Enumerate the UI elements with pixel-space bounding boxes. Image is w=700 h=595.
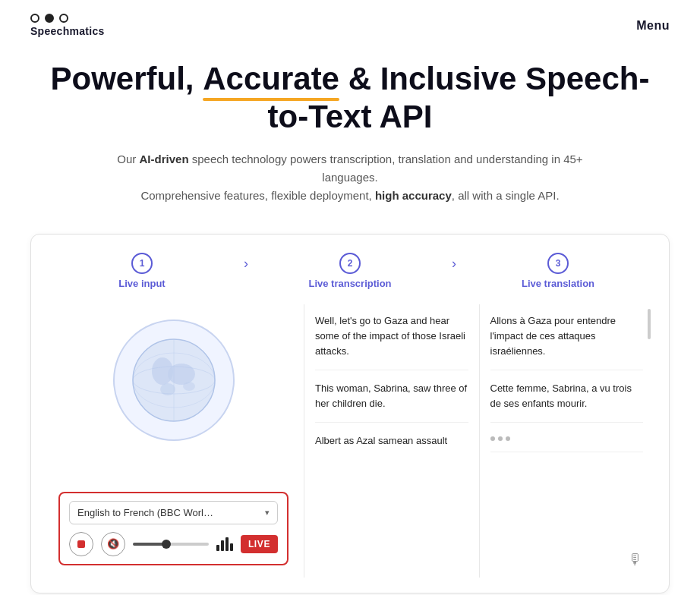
audio-levels-icon — [216, 537, 233, 551]
logo-dot-1 — [30, 14, 39, 23]
globe-svg — [128, 335, 219, 426]
step-3-circle: 3 — [547, 253, 569, 274]
bar-3 — [225, 537, 229, 551]
step-2-label: Live transcription — [308, 278, 391, 289]
lang-select-text: English to French (BBC Worl… — [77, 507, 213, 518]
step-1-label: Live input — [118, 278, 165, 289]
translation-text-2: Cette femme, Sabrina, a vu trois de ses … — [490, 381, 644, 411]
mute-icon: 🔇 — [107, 538, 119, 549]
content-area: English to French (BBC Worl… ▾ 🔇 — [46, 304, 654, 578]
translation-text-1: Allons à Gaza pour entendre l'impact de … — [490, 313, 644, 359]
logo-dot-3 — [59, 14, 68, 23]
logo-name: Speechmatics — [30, 25, 105, 37]
logo: Speechmatics — [30, 14, 105, 37]
live-badge: LIVE — [241, 535, 278, 553]
language-selector[interactable]: English to French (BBC Worl… ▾ — [69, 501, 278, 524]
bar-1 — [216, 545, 219, 551]
translation-block-2: Cette femme, Sabrina, a vu trois de ses … — [490, 381, 644, 423]
transcript-block-1: Well, let's go to Gaza and hear some of … — [315, 313, 468, 370]
step-2: 2 Live transcription — [254, 253, 446, 289]
step-chevron-1: › — [238, 256, 254, 272]
stop-icon — [77, 540, 85, 548]
playback-controls: 🔇 LIVE — [69, 532, 278, 556]
step-1: 1 Live input — [46, 253, 238, 289]
steps-row: 1 Live input › 2 Live transcription › 3 … — [46, 253, 654, 289]
step-chevron-2: › — [446, 256, 462, 272]
dot-3 — [506, 436, 510, 441]
hero-title: Powerful, Accurate & Inclusive Speech-to… — [46, 60, 654, 137]
live-input-panel: English to French (BBC Worl… ▾ 🔇 — [46, 304, 304, 578]
stop-button[interactable] — [69, 532, 93, 556]
step-1-circle: 1 — [131, 253, 153, 274]
menu-button[interactable]: Menu — [636, 19, 670, 33]
volume-thumb — [162, 540, 171, 549]
title-accent: Accurate — [203, 60, 339, 98]
logo-dots — [30, 14, 68, 23]
dot-2 — [498, 436, 503, 441]
chevron-down-icon: ▾ — [265, 508, 270, 518]
right-panels: Well, let's go to Gaza and hear some of … — [304, 304, 654, 578]
transcription-panel: Well, let's go to Gaza and hear some of … — [304, 304, 480, 578]
step-3-label: Live translation — [522, 278, 594, 289]
controls-box: English to French (BBC Worl… ▾ 🔇 — [58, 492, 289, 565]
translation-panel: Allons à Gaza pour entendre l'impact de … — [480, 304, 654, 578]
transcript-block-3: Albert as Azal samean assault — [315, 433, 468, 459]
bar-2 — [221, 540, 224, 551]
transcript-text-3: Albert as Azal samean assault — [315, 433, 468, 449]
hero-section: Powerful, Accurate & Inclusive Speech-to… — [0, 45, 700, 212]
volume-slider[interactable] — [133, 543, 209, 546]
demo-card: 1 Live input › 2 Live transcription › 3 … — [30, 234, 670, 593]
step-2-circle: 2 — [339, 253, 361, 274]
transcript-text-1: Well, let's go to Gaza and hear some of … — [315, 313, 468, 359]
globe-visual — [113, 320, 235, 441]
transcript-block-2: This woman, Sabrina, saw three of her ch… — [315, 381, 468, 423]
dot-1 — [490, 436, 495, 441]
loading-dots — [490, 433, 644, 441]
mic-icon: 🎙 — [628, 551, 643, 568]
title-part1: Powerful, — [51, 61, 203, 96]
mute-button[interactable]: 🔇 — [101, 532, 125, 556]
scrollbar[interactable] — [648, 309, 651, 339]
logo-dot-2 — [45, 14, 54, 23]
hero-subtitle: Our AI-driven speech technology powers t… — [107, 150, 593, 205]
translation-block-3 — [490, 433, 644, 452]
header: Speechmatics Menu — [0, 0, 700, 45]
step-3: 3 Live translation — [462, 253, 654, 289]
bar-4 — [230, 543, 233, 551]
svg-point-4 — [183, 382, 195, 391]
translation-block-1: Allons à Gaza pour entendre l'impact de … — [490, 313, 644, 370]
transcript-text-2: This woman, Sabrina, saw three of her ch… — [315, 381, 468, 411]
